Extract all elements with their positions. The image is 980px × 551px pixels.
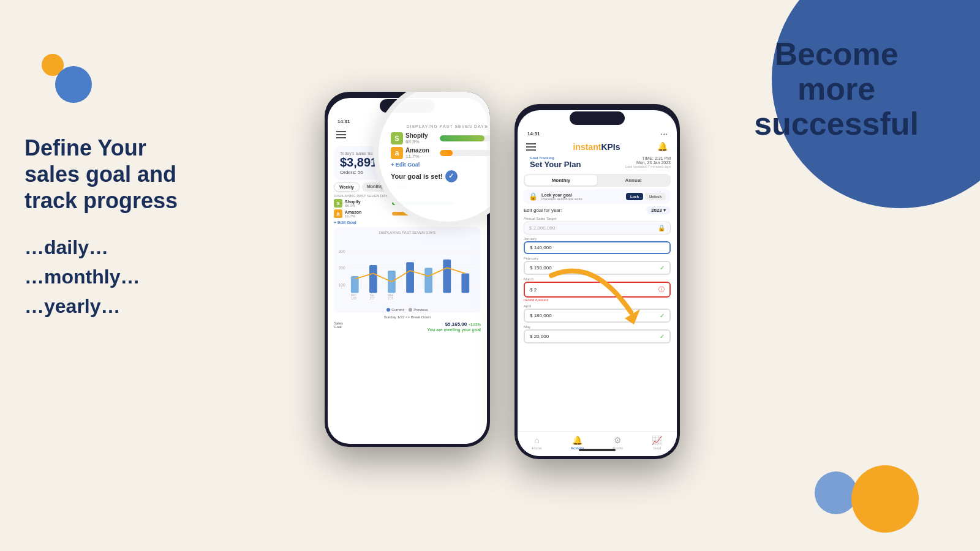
p2-time-label: TIME: 2:31 PM [625,156,671,160]
svg-text:100: 100 [339,283,345,287]
bell-icon-2[interactable]: 🔔 [657,141,668,152]
status-bar-2: 14:31 • • • [518,127,677,139]
goal-tabs: Monthly Annual [524,174,671,187]
mag-shopify-row: S Shopify 68.3% [391,132,490,144]
january-input[interactable]: $ 140,000 [524,241,671,254]
svg-text:200: 200 [339,266,345,270]
profile-nav-icon: ⚙ [614,435,622,445]
svg-text:1/18: 1/18 [388,297,393,300]
chart-title-1: DISPLAYING PAST SEVEN DAYS [337,231,477,234]
svg-rect-11 [443,260,451,293]
sales-info-bottom: Sales Goal $5,165.00 +1.03% You are meet… [334,321,481,332]
nav-profile[interactable]: ⚙ Profile [612,435,623,450]
lock-row: 🔒 Lock your goal Prevents accidental edi… [524,189,671,204]
amazon-info: Amazon 11.7% [345,210,390,218]
left-text-block: Define Your sales goal and track progres… [24,135,196,321]
goal-amount: You are meeting your goal [428,327,481,332]
goal-check-circle: ✓ [445,170,458,182]
annual-target-group: Annual Sales Target $ 2,000,000 🔒 [524,217,671,234]
goal-nav-label: Goal [654,446,662,450]
phone-notch-2 [570,111,625,125]
status-time-1: 14:31 [337,119,350,124]
nav-goal[interactable]: 📈 Goal [652,435,662,450]
home-bar-2 [579,449,616,451]
hamburger-icon-1[interactable] [336,131,346,138]
chart-legend: Current Previous [337,308,477,312]
phone-header-2: instantKPIs 🔔 [518,139,677,156]
year-row: Edit goal for year: 2023 ▾ [524,206,671,214]
mag-shopify-icon: S [391,132,403,144]
may-check: ✓ [660,333,665,340]
svg-rect-7 [369,265,377,293]
mag-amazon-info: Amazon 11.7% [405,147,437,159]
main-heading: Define Your sales goal and track progres… [24,135,196,214]
lock-icon: 🔒 [529,192,538,201]
nav-home[interactable]: ⌂ Home [532,435,542,450]
app-name-2: instantKPIs [573,142,620,152]
month-january: January $ 140,000 [524,237,671,254]
magnifier-content: DISPLAYING PAST SEVEN DAYS S Shopify 68.… [391,124,490,182]
previous-legend-dot [409,308,412,312]
home-nav-icon: ⌂ [534,435,539,445]
set-plan-title: Set Your Plan [530,160,581,169]
shopify-icon: S [334,199,342,208]
current-legend-dot [386,308,390,312]
p2-updated-label: Last updated 7 minutes ago [625,165,671,168]
breakdown-label: Sunday 1/22 <> Break Down [334,315,481,319]
february-check: ✓ [660,264,665,271]
year-select[interactable]: 2023 ▾ [646,206,671,214]
mag-amazon-row: a Amazon 11.7% [391,147,490,159]
mag-edit-goal[interactable]: + Edit Goal [391,162,490,168]
lock-button[interactable]: Lock [626,193,643,200]
svg-text:1/16: 1/16 [351,297,356,300]
phone-1: 14:31 • • • instantKPIs 🔔 Today's Sales … [325,92,490,447]
home-nav-label: Home [532,446,542,450]
tab-monthly-p2[interactable]: Monthly [525,175,597,186]
svg-rect-10 [424,268,432,293]
lock-text: Lock your goal Prevents accidental edits [541,193,622,201]
shopify-info: Shopify 68.3% [345,200,390,208]
svg-text:1/17: 1/17 [369,297,375,300]
bar-chart: 300 200 100 [337,237,477,304]
tagline-right: Become more successful [754,37,919,142]
phones-container: 14:31 • • • instantKPIs 🔔 Today's Sales … [196,92,809,459]
march-error-icon: ⓘ [658,285,665,294]
bg-decoration-orange-circle-br [851,465,919,533]
svg-rect-9 [406,262,414,293]
annual-target-label: Annual Sales Target [524,217,671,220]
goal-section-header: Goal Tracking Set Your Plan TIME: 2:31 P… [524,156,671,171]
status-dots-2: • • • [661,132,667,136]
tab-weekly[interactable]: Weekly [334,182,360,192]
mag-shopify-bar [440,135,490,141]
hamburger-icon-2[interactable] [526,143,536,151]
mag-amazon-icon: a [391,147,403,159]
mag-amazon-bar [440,150,490,156]
nav-activity[interactable]: 🔔 Activity [571,435,584,450]
year-label: Edit goal for year: [524,208,562,213]
status-time-2: 14:31 [527,131,540,137]
goal-label: Goal [334,325,343,329]
svg-rect-12 [461,274,469,293]
svg-text:300: 300 [339,249,345,253]
bottom-nav: ⌂ Home 🔔 Activity ⚙ Profile 📈 Goal [518,431,677,456]
tab-annual[interactable]: Annual [597,175,669,186]
amazon-icon: a [334,209,342,218]
mag-title: DISPLAYING PAST SEVEN DAYS [391,124,490,129]
previous-legend-label: Previous [413,308,428,312]
activity-nav-icon: 🔔 [572,435,582,445]
bg-decoration-blue-dot [55,66,92,103]
mag-shopify-info: Shopify 68.3% [405,132,437,144]
goal-nav-icon: 📈 [652,435,662,445]
arrow-decoration [545,263,643,337]
annual-target-input[interactable]: $ 2,000,000 🔒 [524,222,671,234]
mag-goal-set: Your goal is set! ✓ [391,170,490,182]
p2-date-label: Mon, 23 Jan 2023 [625,160,671,165]
april-check: ✓ [660,312,665,319]
sales-amount: $5,165.00 +1.03% [428,321,481,327]
current-legend-label: Current [391,308,404,312]
sub-heading: …daily… …monthly… …yearly… [24,233,196,321]
bg-decoration-blue-dot-br [815,471,858,514]
lock-buttons: Lock Unlock [626,193,666,200]
unlock-button[interactable]: Unlock [645,193,666,200]
chart-area-1: DISPLAYING PAST SEVEN DAYS 300 200 100 [334,227,481,313]
